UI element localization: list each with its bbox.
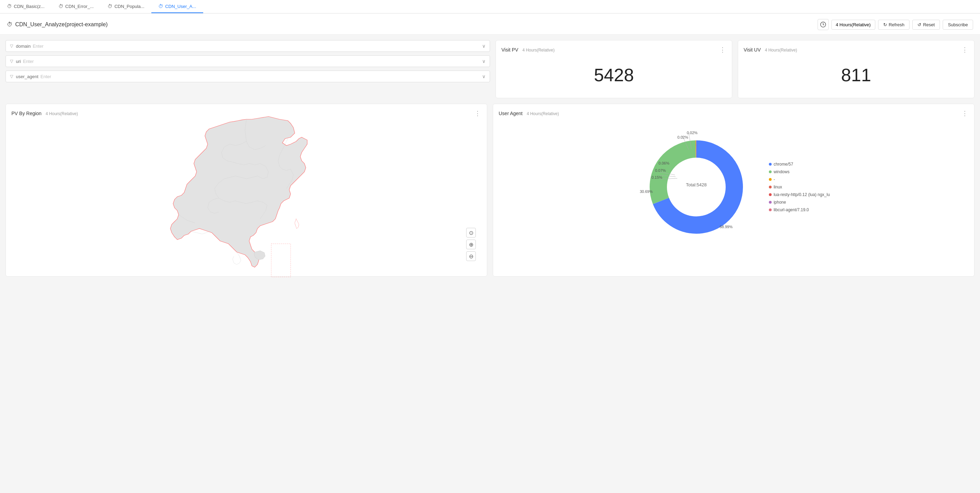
reset-button[interactable]: ↺ Reset <box>912 20 940 30</box>
legend-dot-chrome <box>769 163 772 166</box>
page-title: CDN_User_Analyze(project-example) <box>15 21 108 28</box>
legend-label-chrome: chrome/57 <box>774 162 794 167</box>
top-section: ▽ domain Enter ∨ ▽ uri Enter ∨ ▽ user_ag… <box>6 40 974 98</box>
legend-item-chrome: chrome/57 <box>769 162 830 167</box>
user-agent-card: User Agent 4 Hours(Relative) ⋮ <box>493 104 974 277</box>
user-agent-legend: chrome/57 windows - linux <box>769 162 830 212</box>
pv-by-region-card: PV By Region 4 Hours(Relative) ⋮ <box>6 104 487 277</box>
main-content: ▽ domain Enter ∨ ▽ uri Enter ∨ ▽ user_ag… <box>0 35 980 282</box>
user-agent-header: User Agent 4 Hours(Relative) ⋮ <box>499 110 969 117</box>
tab-bar: ⏱ CDN_Basic(z... ⏱ CDN_Error_... ⏱ CDN_P… <box>0 0 980 13</box>
bottom-section: PV By Region 4 Hours(Relative) ⋮ <box>6 104 974 277</box>
domain-filter-arrow: ∨ <box>482 43 485 49</box>
legend-dot-windows <box>769 171 772 173</box>
pct-label-chrome: 68.99% <box>720 225 733 229</box>
china-map: ⊙ ⊕ ⊖ <box>11 121 481 266</box>
time-range-selector[interactable]: 4 Hours(Relative) <box>831 20 875 30</box>
uri-filter[interactable]: ▽ uri Enter ∨ <box>6 55 490 67</box>
tab-cdn-basic[interactable]: ⏱ CDN_Basic(z... <box>0 0 51 13</box>
domain-filter-placeholder: Enter <box>33 43 482 49</box>
domain-filter-label: domain <box>16 43 31 49</box>
tab-cdn-user-icon: ⏱ <box>158 3 163 9</box>
user-agent-filter-arrow: ∨ <box>482 73 485 79</box>
china-map-svg <box>129 97 364 282</box>
tab-cdn-user-label: CDN_User_A... <box>165 4 196 9</box>
user-agent-title-group: User Agent 4 Hours(Relative) <box>499 111 559 116</box>
tab-cdn-popula[interactable]: ⏱ CDN_Popula... <box>100 0 151 13</box>
pv-by-region-title-group: PV By Region 4 Hours(Relative) <box>11 111 78 116</box>
tab-cdn-error-label: CDN_Error_... <box>65 4 94 9</box>
legend-item-windows: windows <box>769 169 830 174</box>
legend-dot-linux <box>769 186 772 188</box>
user-agent-filter-icon: ▽ <box>10 74 13 79</box>
legend-dot-lua <box>769 193 772 196</box>
refresh-icon: ↻ <box>883 22 887 27</box>
metrics-section: Visit PV 4 Hours(Relative) ⋮ 5428 Visit … <box>496 40 974 98</box>
page-header: ⏱ CDN_User_Analyze(project-example) 4 Ho… <box>0 13 980 35</box>
header-actions: 4 Hours(Relative) ↻ Refresh ↺ Reset Subs… <box>818 19 973 30</box>
user-agent-menu[interactable]: ⋮ <box>962 110 969 117</box>
visit-pv-header: Visit PV 4 Hours(Relative) ⋮ <box>501 46 726 54</box>
tab-cdn-popula-icon: ⏱ <box>107 3 112 9</box>
pct-label-windows: 30.69% <box>640 190 652 194</box>
legend-dot-dash <box>769 178 772 181</box>
uri-filter-icon: ▽ <box>10 59 13 64</box>
uri-filter-arrow: ∨ <box>482 58 485 64</box>
legend-item-iphone: iphone <box>769 200 830 205</box>
user-agent-filter-label: user_agent <box>16 74 38 79</box>
legend-item-lua: lua-resty-http/0.12 (lua) ngx_lu <box>769 192 830 197</box>
user-agent-filter[interactable]: ▽ user_agent Enter ∨ <box>6 70 490 82</box>
legend-item-dash: - <box>769 177 830 182</box>
visit-pv-menu[interactable]: ⋮ <box>719 46 726 54</box>
legend-label-lua: lua-resty-http/0.12 (lua) ngx_lu <box>774 192 830 197</box>
visit-uv-title-group: Visit UV 4 Hours(Relative) <box>744 47 797 53</box>
pct-label-iphone: 0.02% <box>677 135 688 139</box>
visit-uv-card: Visit UV 4 Hours(Relative) ⋮ 811 <box>738 40 974 98</box>
legend-dot-iphone <box>769 201 772 204</box>
domain-filter-icon: ▽ <box>10 43 13 48</box>
legend-label-iphone: iphone <box>774 200 786 205</box>
legend-item-linux: linux <box>769 185 830 190</box>
uri-filter-placeholder: Enter <box>23 59 482 64</box>
tab-cdn-popula-label: CDN_Popula... <box>115 4 145 9</box>
legend-label-libcurl: libcurl-agent/7.19.0 <box>774 207 809 212</box>
header-icon: ⏱ <box>7 21 13 28</box>
subscribe-button[interactable]: Subscribe <box>943 20 973 30</box>
tab-cdn-error-icon: ⏱ <box>59 3 63 9</box>
map-controls: ⊙ ⊕ ⊖ <box>466 228 476 261</box>
tab-cdn-error[interactable]: ⏱ CDN_Error_... <box>51 0 100 13</box>
donut-svg: Total:5428 <box>638 128 755 246</box>
header-title-group: ⏱ CDN_User_Analyze(project-example) <box>7 21 108 28</box>
visit-uv-value: 811 <box>744 58 969 92</box>
visit-pv-value: 5428 <box>501 58 726 92</box>
pct-label-lua: 0.06% <box>659 161 669 165</box>
visit-uv-header: Visit UV 4 Hours(Relative) ⋮ <box>744 46 969 54</box>
visit-uv-menu[interactable]: ⋮ <box>962 46 969 54</box>
pv-by-region-menu[interactable]: ⋮ <box>474 110 481 117</box>
map-zoom-out-button[interactable]: ⊖ <box>466 251 476 261</box>
legend-dot-libcurl <box>769 209 772 211</box>
refresh-button[interactable]: ↻ Refresh <box>878 20 910 30</box>
donut-container: Total:5428 68.99% 30.69% 0.15% 0.07% 0.0… <box>499 121 969 253</box>
speed-icon-button[interactable] <box>818 19 829 30</box>
visit-pv-title-group: Visit PV 4 Hours(Relative) <box>501 47 555 53</box>
pct-label-linux: 0.07% <box>655 168 666 172</box>
legend-label-dash: - <box>774 177 775 182</box>
map-locate-button[interactable]: ⊙ <box>466 228 476 238</box>
legend-item-libcurl: libcurl-agent/7.19.0 <box>769 207 830 212</box>
map-zoom-in-button[interactable]: ⊕ <box>466 239 476 249</box>
pct-label-dash: 0.15% <box>651 175 662 179</box>
donut-chart-wrapper: Total:5428 68.99% 30.69% 0.15% 0.07% 0.0… <box>638 128 755 246</box>
filters-panel: ▽ domain Enter ∨ ▽ uri Enter ∨ ▽ user_ag… <box>6 40 490 98</box>
tab-cdn-basic-label: CDN_Basic(z... <box>14 4 45 9</box>
tab-cdn-user[interactable]: ⏱ CDN_User_A... <box>151 0 203 13</box>
svg-text:Total:5428: Total:5428 <box>686 182 707 187</box>
legend-label-linux: linux <box>774 185 782 190</box>
legend-label-windows: windows <box>774 169 790 174</box>
tab-cdn-basic-icon: ⏱ <box>7 3 12 9</box>
domain-filter[interactable]: ▽ domain Enter ∨ <box>6 40 490 52</box>
visit-pv-card: Visit PV 4 Hours(Relative) ⋮ 5428 <box>496 40 732 98</box>
reset-icon: ↺ <box>918 22 921 27</box>
uri-filter-label: uri <box>16 59 21 64</box>
pct-label-libcurl: 0.02% <box>687 131 697 135</box>
